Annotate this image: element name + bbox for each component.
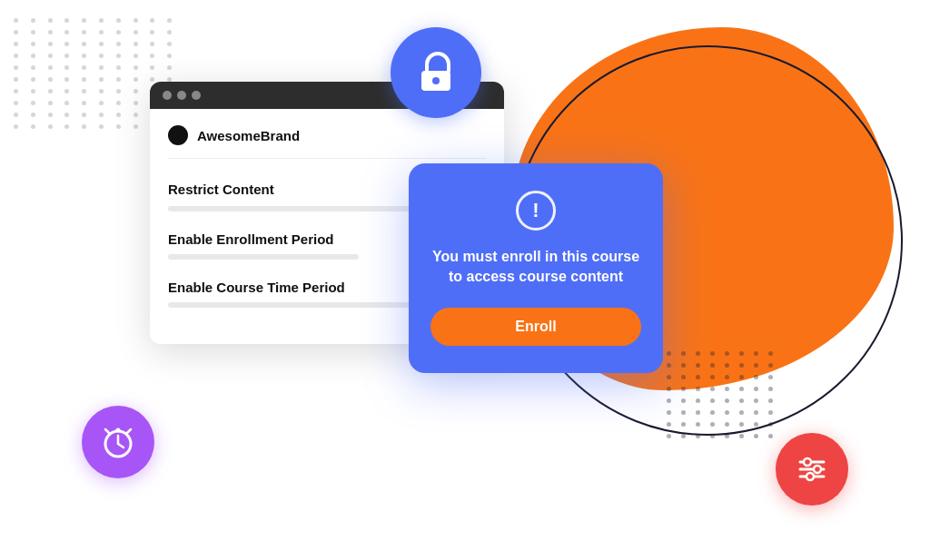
- timer-circle: [82, 406, 154, 478]
- svg-point-7: [116, 428, 121, 433]
- brand-name: AwesomeBrand: [197, 128, 300, 143]
- svg-line-5: [105, 429, 109, 433]
- timer-icon: [98, 422, 138, 462]
- setting-label-enrollment: Enable Enrollment Period: [168, 231, 334, 247]
- setting-bar-2: [168, 254, 359, 260]
- lock-circle: [391, 27, 481, 118]
- settings-circle: [776, 433, 848, 506]
- dots-decoration-bottom-right: [667, 351, 776, 487]
- svg-point-13: [806, 473, 814, 480]
- svg-line-6: [127, 429, 131, 433]
- setting-bar-3: [168, 302, 439, 308]
- enroll-button[interactable]: Enroll: [430, 308, 641, 346]
- browser-dot-3: [192, 91, 201, 100]
- enrollment-modal: ! You must enroll in this course to acce…: [409, 163, 663, 373]
- svg-point-1: [432, 77, 440, 84]
- modal-message: You must enroll in this course to access…: [430, 247, 641, 288]
- browser-dot-2: [177, 91, 186, 100]
- browser-dot-1: [163, 91, 172, 100]
- setting-bar-1: [168, 206, 439, 211]
- setting-label-time: Enable Course Time Period: [168, 280, 345, 295]
- sliders-icon: [793, 450, 831, 488]
- svg-point-11: [804, 458, 811, 466]
- brand-row: AwesomeBrand: [168, 125, 486, 159]
- lock-icon: [412, 49, 460, 96]
- alert-icon: !: [516, 191, 556, 231]
- svg-point-12: [814, 466, 821, 473]
- setting-label-restrict: Restrict Content: [168, 182, 274, 197]
- brand-logo-icon: [168, 125, 188, 145]
- svg-line-4: [118, 444, 124, 447]
